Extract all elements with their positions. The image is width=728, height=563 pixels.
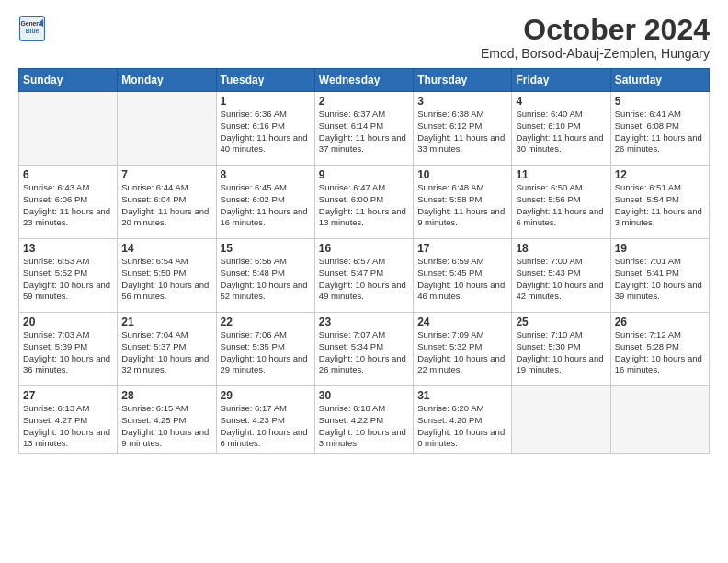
day-info: Sunrise: 6:40 AM Sunset: 6:10 PM Dayligh… bbox=[516, 109, 606, 155]
day-number: 31 bbox=[417, 389, 507, 402]
table-row: 3Sunrise: 6:38 AM Sunset: 6:12 PM Daylig… bbox=[414, 92, 512, 166]
day-number: 19 bbox=[615, 242, 705, 255]
table-row: 11Sunrise: 6:50 AM Sunset: 5:56 PM Dayli… bbox=[512, 166, 610, 239]
header-sunday: Sunday bbox=[19, 69, 118, 92]
table-row: 16Sunrise: 6:57 AM Sunset: 5:47 PM Dayli… bbox=[314, 239, 413, 313]
table-row: 25Sunrise: 7:10 AM Sunset: 5:30 PM Dayli… bbox=[512, 313, 610, 386]
day-number: 18 bbox=[516, 242, 606, 255]
day-number: 26 bbox=[615, 316, 705, 328]
header-saturday: Saturday bbox=[610, 69, 709, 92]
table-row: 20Sunrise: 7:03 AM Sunset: 5:39 PM Dayli… bbox=[19, 313, 118, 386]
day-info: Sunrise: 6:53 AM Sunset: 5:52 PM Dayligh… bbox=[23, 256, 113, 303]
day-info: Sunrise: 6:20 AM Sunset: 4:20 PM Dayligh… bbox=[417, 403, 507, 450]
header-wednesday: Wednesday bbox=[314, 69, 413, 92]
day-info: Sunrise: 6:54 AM Sunset: 5:50 PM Dayligh… bbox=[121, 256, 211, 303]
day-number: 11 bbox=[516, 168, 606, 181]
table-row: 2Sunrise: 6:37 AM Sunset: 6:14 PM Daylig… bbox=[314, 92, 413, 166]
day-number: 6 bbox=[23, 168, 113, 181]
table-row: 17Sunrise: 6:59 AM Sunset: 5:45 PM Dayli… bbox=[414, 239, 512, 313]
day-info: Sunrise: 7:00 AM Sunset: 5:43 PM Dayligh… bbox=[516, 256, 606, 303]
day-info: Sunrise: 6:13 AM Sunset: 4:27 PM Dayligh… bbox=[23, 403, 113, 450]
table-row bbox=[118, 92, 216, 166]
header-tuesday: Tuesday bbox=[216, 69, 314, 92]
day-info: Sunrise: 7:09 AM Sunset: 5:32 PM Dayligh… bbox=[417, 329, 507, 376]
table-row: 6Sunrise: 6:43 AM Sunset: 6:06 PM Daylig… bbox=[19, 166, 118, 239]
table-row: 15Sunrise: 6:56 AM Sunset: 5:48 PM Dayli… bbox=[216, 239, 314, 313]
day-info: Sunrise: 6:37 AM Sunset: 6:14 PM Dayligh… bbox=[319, 109, 409, 155]
weekday-header-row: Sunday Monday Tuesday Wednesday Thursday… bbox=[19, 69, 710, 92]
day-info: Sunrise: 7:12 AM Sunset: 5:28 PM Dayligh… bbox=[615, 329, 705, 376]
day-number: 10 bbox=[417, 168, 507, 181]
day-info: Sunrise: 7:06 AM Sunset: 5:35 PM Dayligh… bbox=[221, 329, 311, 376]
table-row bbox=[512, 386, 610, 454]
day-info: Sunrise: 7:04 AM Sunset: 5:37 PM Dayligh… bbox=[121, 329, 211, 376]
calendar-table: Sunday Monday Tuesday Wednesday Thursday… bbox=[18, 68, 710, 454]
day-info: Sunrise: 6:47 AM Sunset: 6:00 PM Dayligh… bbox=[319, 182, 409, 229]
day-number: 20 bbox=[23, 316, 113, 328]
table-row: 30Sunrise: 6:18 AM Sunset: 4:22 PM Dayli… bbox=[314, 386, 413, 454]
header: General Blue October 2024 Emod, Borsod-A… bbox=[18, 15, 710, 61]
day-number: 2 bbox=[319, 95, 409, 108]
table-row: 9Sunrise: 6:47 AM Sunset: 6:00 PM Daylig… bbox=[314, 166, 413, 239]
table-row: 18Sunrise: 7:00 AM Sunset: 5:43 PM Dayli… bbox=[512, 239, 610, 313]
day-info: Sunrise: 6:56 AM Sunset: 5:48 PM Dayligh… bbox=[221, 256, 311, 303]
day-info: Sunrise: 6:17 AM Sunset: 4:23 PM Dayligh… bbox=[221, 403, 311, 450]
day-info: Sunrise: 6:50 AM Sunset: 5:56 PM Dayligh… bbox=[516, 182, 606, 229]
logo: General Blue bbox=[18, 15, 46, 42]
calendar-title: October 2024 bbox=[481, 15, 710, 44]
table-row: 13Sunrise: 6:53 AM Sunset: 5:52 PM Dayli… bbox=[19, 239, 118, 313]
day-info: Sunrise: 6:45 AM Sunset: 6:02 PM Dayligh… bbox=[221, 182, 311, 229]
day-info: Sunrise: 7:10 AM Sunset: 5:30 PM Dayligh… bbox=[516, 329, 606, 376]
day-info: Sunrise: 6:18 AM Sunset: 4:22 PM Dayligh… bbox=[319, 403, 409, 450]
table-row bbox=[19, 92, 118, 166]
day-info: Sunrise: 6:57 AM Sunset: 5:47 PM Dayligh… bbox=[319, 256, 409, 303]
day-number: 5 bbox=[615, 95, 705, 108]
header-friday: Friday bbox=[512, 69, 610, 92]
day-number: 12 bbox=[615, 168, 705, 181]
day-number: 30 bbox=[319, 389, 409, 402]
table-row: 10Sunrise: 6:48 AM Sunset: 5:58 PM Dayli… bbox=[414, 166, 512, 239]
table-row: 5Sunrise: 6:41 AM Sunset: 6:08 PM Daylig… bbox=[610, 92, 709, 166]
day-number: 21 bbox=[121, 316, 211, 328]
table-row: 14Sunrise: 6:54 AM Sunset: 5:50 PM Dayli… bbox=[118, 239, 216, 313]
logo-icon: General Blue bbox=[18, 15, 46, 42]
day-number: 16 bbox=[319, 242, 409, 255]
day-info: Sunrise: 6:51 AM Sunset: 5:54 PM Dayligh… bbox=[615, 182, 705, 229]
header-monday: Monday bbox=[118, 69, 216, 92]
table-row: 26Sunrise: 7:12 AM Sunset: 5:28 PM Dayli… bbox=[610, 313, 709, 386]
title-block: October 2024 Emod, Borsod-Abauj-Zemplen,… bbox=[481, 15, 710, 61]
day-info: Sunrise: 7:01 AM Sunset: 5:41 PM Dayligh… bbox=[615, 256, 705, 303]
day-number: 8 bbox=[221, 168, 311, 181]
calendar-subtitle: Emod, Borsod-Abauj-Zemplen, Hungary bbox=[481, 46, 710, 61]
svg-text:Blue: Blue bbox=[26, 28, 40, 34]
day-number: 14 bbox=[121, 242, 211, 255]
table-row bbox=[610, 386, 709, 454]
table-row: 31Sunrise: 6:20 AM Sunset: 4:20 PM Dayli… bbox=[414, 386, 512, 454]
day-number: 25 bbox=[516, 316, 606, 328]
table-row: 7Sunrise: 6:44 AM Sunset: 6:04 PM Daylig… bbox=[118, 166, 216, 239]
table-row: 19Sunrise: 7:01 AM Sunset: 5:41 PM Dayli… bbox=[610, 239, 709, 313]
day-number: 4 bbox=[516, 95, 606, 108]
day-number: 17 bbox=[417, 242, 507, 255]
table-row: 21Sunrise: 7:04 AM Sunset: 5:37 PM Dayli… bbox=[118, 313, 216, 386]
calendar-page: General Blue October 2024 Emod, Borsod-A… bbox=[0, 0, 728, 563]
day-info: Sunrise: 6:48 AM Sunset: 5:58 PM Dayligh… bbox=[417, 182, 507, 229]
day-info: Sunrise: 6:41 AM Sunset: 6:08 PM Dayligh… bbox=[615, 109, 705, 155]
day-number: 1 bbox=[221, 95, 311, 108]
day-info: Sunrise: 7:03 AM Sunset: 5:39 PM Dayligh… bbox=[23, 329, 113, 376]
day-info: Sunrise: 6:59 AM Sunset: 5:45 PM Dayligh… bbox=[417, 256, 507, 303]
table-row: 1Sunrise: 6:36 AM Sunset: 6:16 PM Daylig… bbox=[216, 92, 314, 166]
day-number: 29 bbox=[221, 389, 311, 402]
day-info: Sunrise: 6:44 AM Sunset: 6:04 PM Dayligh… bbox=[121, 182, 211, 229]
table-row: 27Sunrise: 6:13 AM Sunset: 4:27 PM Dayli… bbox=[19, 386, 118, 454]
table-row: 8Sunrise: 6:45 AM Sunset: 6:02 PM Daylig… bbox=[216, 166, 314, 239]
day-info: Sunrise: 6:38 AM Sunset: 6:12 PM Dayligh… bbox=[417, 109, 507, 155]
day-info: Sunrise: 6:36 AM Sunset: 6:16 PM Dayligh… bbox=[221, 109, 311, 155]
table-row: 23Sunrise: 7:07 AM Sunset: 5:34 PM Dayli… bbox=[314, 313, 413, 386]
table-row: 12Sunrise: 6:51 AM Sunset: 5:54 PM Dayli… bbox=[610, 166, 709, 239]
table-row: 29Sunrise: 6:17 AM Sunset: 4:23 PM Dayli… bbox=[216, 386, 314, 454]
day-number: 24 bbox=[417, 316, 507, 328]
table-row: 22Sunrise: 7:06 AM Sunset: 5:35 PM Dayli… bbox=[216, 313, 314, 386]
day-number: 9 bbox=[319, 168, 409, 181]
table-row: 4Sunrise: 6:40 AM Sunset: 6:10 PM Daylig… bbox=[512, 92, 610, 166]
